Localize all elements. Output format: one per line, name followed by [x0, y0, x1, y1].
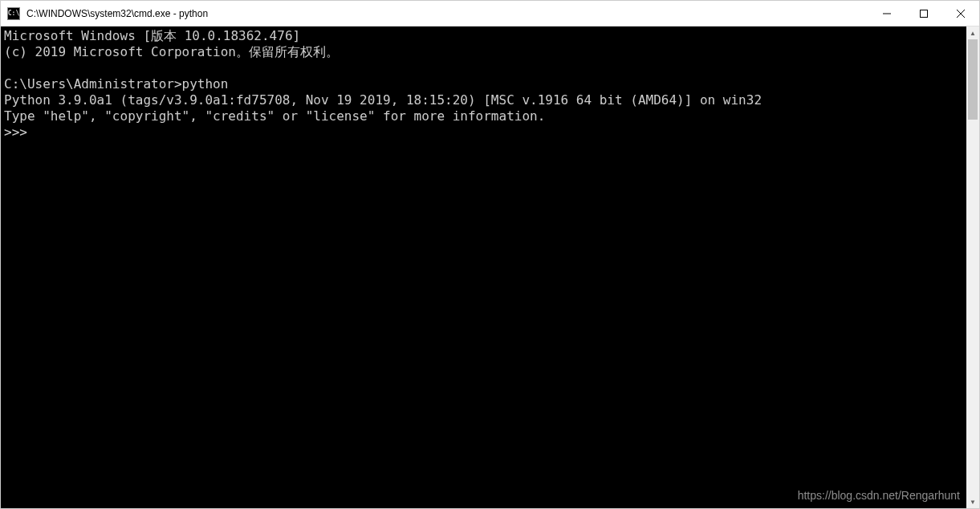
- console-output[interactable]: Microsoft Windows [版本 10.0.18362.476] (c…: [1, 26, 966, 508]
- output-line: C:\Users\Administrator>python: [4, 76, 228, 92]
- cmd-window: C:\ C:\WINDOWS\system32\cmd.exe - python…: [0, 0, 980, 509]
- output-line: Python 3.9.0a1 (tags/v3.9.0a1:fd75708, N…: [4, 92, 762, 108]
- close-button[interactable]: [942, 1, 979, 26]
- maximize-button[interactable]: [905, 1, 942, 26]
- window-controls: [868, 1, 979, 26]
- window-title: C:\WINDOWS\system32\cmd.exe - python: [26, 8, 868, 19]
- console-body: Microsoft Windows [版本 10.0.18362.476] (c…: [1, 26, 979, 508]
- scrollbar-thumb[interactable]: [968, 39, 978, 120]
- titlebar[interactable]: C:\ C:\WINDOWS\system32\cmd.exe - python: [1, 1, 979, 26]
- vertical-scrollbar[interactable]: ▲ ▼: [966, 26, 979, 508]
- python-prompt[interactable]: >>>: [4, 124, 35, 140]
- output-line: (c) 2019 Microsoft Corporation。保留所有权利。: [4, 44, 339, 59]
- scroll-up-arrow-icon[interactable]: ▲: [966, 26, 979, 39]
- svg-rect-1: [921, 10, 928, 17]
- watermark-text: https://blog.csdn.net/Rengarhunt: [798, 489, 960, 502]
- minimize-button[interactable]: [868, 1, 905, 26]
- scroll-down-arrow-icon[interactable]: ▼: [966, 495, 979, 508]
- output-line: Microsoft Windows [版本 10.0.18362.476]: [4, 28, 300, 43]
- output-line: Type "help", "copyright", "credits" or "…: [4, 108, 545, 124]
- cmd-icon: C:\: [7, 7, 20, 20]
